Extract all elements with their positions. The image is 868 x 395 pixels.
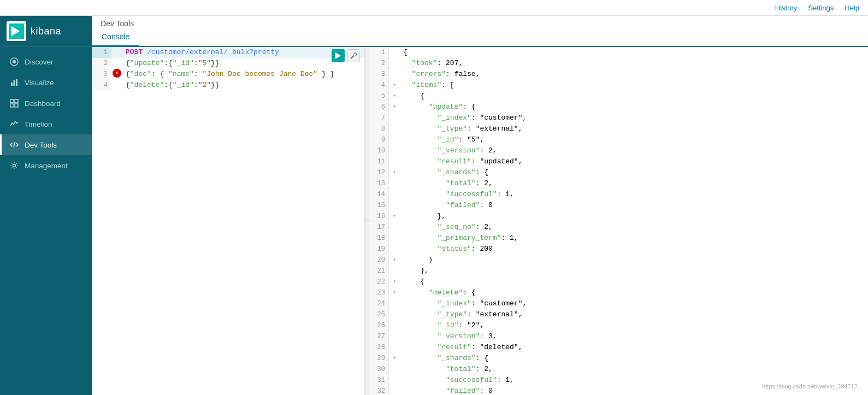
left-panel: 1 POST /customer/external/_bulk?pretty 2… [92, 47, 365, 395]
sidebar-item-devtools[interactable]: Dev Tools [0, 134, 92, 155]
input-line-2[interactable]: 2 {"update":{"_id":"5"}} [92, 58, 364, 69]
sidebar-item-visualize[interactable]: Visualize [0, 72, 92, 93]
svg-rect-7 [10, 99, 14, 103]
output-line: 4▾ "items": [ [369, 80, 868, 91]
input-line-1[interactable]: 1 POST /customer/external/_bulk?pretty [92, 47, 364, 58]
output-line-number: 7 [369, 113, 389, 123]
help-link[interactable]: Help [845, 4, 859, 12]
output-line-content: "result": "updated", [400, 156, 868, 167]
output-line-content: "_version": 3, [400, 331, 868, 342]
output-fold-gutter[interactable]: ▾ [389, 102, 400, 113]
wrench-button[interactable] [347, 49, 360, 62]
line-number-1: 1 [92, 47, 111, 58]
fold-arrow[interactable]: ▾ [393, 211, 396, 222]
output-line-number: 28 [369, 342, 389, 353]
output-line-number: 15 [369, 200, 389, 211]
output-line-content: "delete": { [400, 287, 868, 298]
svg-rect-4 [11, 82, 13, 86]
output-line-number: 32 [369, 386, 389, 395]
settings-link[interactable]: Settings [808, 4, 834, 12]
fold-arrow[interactable]: ▾ [393, 276, 396, 287]
output-line-number: 27 [369, 331, 389, 342]
output-line: 16▾ }, [369, 211, 868, 222]
management-label: Management [25, 162, 68, 170]
kibana-title: kibana [31, 26, 61, 37]
output-line: 22▾ { [369, 276, 868, 287]
output-line-content: { [400, 276, 868, 287]
output-fold-gutter[interactable]: ▾ [389, 255, 400, 266]
output-line-content: "took": 207, [400, 58, 868, 69]
fold-arrow[interactable]: ▾ [393, 80, 396, 91]
output-fold-gutter[interactable]: ▾ [389, 287, 400, 298]
tab-console[interactable]: Console [92, 28, 139, 47]
output-line-content: "successful": 1, [400, 189, 868, 200]
output-line: 7 "_index": "customer", [369, 113, 868, 123]
output-line-number: 19 [369, 244, 389, 255]
fold-arrow[interactable]: ▾ [393, 102, 396, 113]
output-line: 31 "successful": 1, [369, 375, 868, 386]
output-line: 17 "_seq_no": 2, [369, 222, 868, 233]
fold-arrow[interactable]: ▾ [393, 353, 396, 364]
content-area: Dev Tools Console [92, 16, 868, 395]
output-line: 14 "successful": 1, [369, 189, 868, 200]
input-line-4[interactable]: 4 {"delete":{"_id":"2"}} [92, 80, 364, 91]
history-link[interactable]: History [775, 4, 797, 12]
output-line-content: "_type": "external", [400, 123, 868, 134]
output-line: 24 "_index": "customer", [369, 298, 868, 309]
visualize-label: Visualize [25, 79, 54, 87]
output-line: 26 "_id": "2", [369, 320, 868, 331]
output-line-number: 18 [369, 233, 389, 244]
output-line-content: { [400, 47, 868, 58]
sidebar-item-timelion[interactable]: Timelion [0, 114, 92, 134]
sidebar-item-management[interactable]: Management [0, 155, 92, 176]
fold-arrow[interactable]: ▾ [393, 167, 396, 178]
svg-point-3 [13, 60, 16, 63]
output-line-content: "status": 200 [400, 244, 868, 255]
output-line-content: "successful": 1, [400, 375, 868, 386]
output-line: 3 "errors": false, [369, 69, 868, 80]
output-fold-gutter[interactable]: ▾ [389, 211, 400, 222]
sidebar-logo[interactable]: kibana [0, 16, 92, 47]
output-line: 1{ [369, 47, 868, 58]
timelion-label: Timelion [25, 120, 52, 128]
svg-rect-5 [14, 80, 15, 86]
sidebar-item-discover[interactable]: Discover [0, 51, 92, 72]
tab-bar: Console [92, 28, 868, 47]
line-content-3: {"doc": { "name": "John Doe becomes Jane… [122, 69, 364, 80]
line-content-2: {"update":{"_id":"5"}} [122, 58, 364, 69]
output-line: 29▾ "_shards": { [369, 353, 868, 364]
svg-marker-13 [335, 52, 341, 59]
output-line-content: "_type": "external", [400, 309, 868, 320]
topbar: History Settings Help [0, 0, 868, 16]
output-fold-gutter[interactable]: ▾ [389, 80, 400, 91]
output-line-number: 29 [369, 353, 389, 364]
sidebar: kibana Discover Visualize Dashboard [0, 16, 92, 395]
output-line: 21 }, [369, 266, 868, 276]
input-editor[interactable]: 1 POST /customer/external/_bulk?pretty 2… [92, 47, 364, 395]
output-line-content: "_index": "customer", [400, 298, 868, 309]
output-line-number: 11 [369, 156, 389, 167]
fold-arrow[interactable]: ▾ [393, 287, 396, 298]
devtools-page-title: Dev Tools [92, 16, 868, 28]
fold-arrow[interactable]: ▾ [393, 91, 396, 102]
input-line-3[interactable]: 3 ✕ {"doc": { "name": "John Doe becomes … [92, 69, 364, 80]
output-fold-gutter[interactable]: ▾ [389, 167, 400, 178]
fold-arrow[interactable]: ▾ [393, 255, 396, 266]
output-line: 2 "took": 207, [369, 58, 868, 69]
output-line: 11 "result": "updated", [369, 156, 868, 167]
run-button[interactable] [332, 49, 345, 62]
output-line-number: 12 [369, 167, 389, 178]
output-fold-gutter[interactable]: ▾ [389, 91, 400, 102]
output-fold-gutter[interactable]: ▾ [389, 353, 400, 364]
output-line-number: 9 [369, 134, 389, 145]
error-indicator: ✕ [113, 69, 121, 78]
resize-handle[interactable]: ⋮ [365, 47, 369, 395]
svg-line-11 [14, 142, 15, 148]
output-line-number: 26 [369, 320, 389, 331]
output-line-content: "_id": "5", [400, 134, 868, 145]
output-fold-gutter[interactable]: ▾ [389, 276, 400, 287]
output-line: 15 "failed": 0 [369, 200, 868, 211]
sidebar-item-dashboard[interactable]: Dashboard [0, 93, 92, 114]
output-editor[interactable]: 1{2 "took": 207,3 "errors": false,4▾ "it… [369, 47, 868, 395]
output-line-content: "_shards": { [400, 167, 868, 178]
